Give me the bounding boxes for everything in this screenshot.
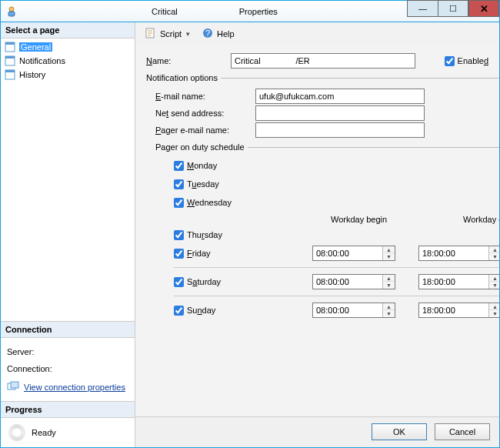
properties-icon — [7, 381, 19, 393]
connection-header: Connection — [1, 321, 135, 338]
script-button[interactable]: Script ▼ — [142, 25, 194, 42]
spinner-icon[interactable]: ▲▼ — [382, 275, 395, 289]
cancel-button[interactable]: Cancel — [435, 423, 490, 440]
page-icon — [4, 41, 16, 53]
enabled-checkbox-input[interactable] — [445, 56, 455, 66]
name-label: Name: — [146, 56, 231, 65]
netsend-input[interactable] — [255, 105, 425, 121]
spinner-icon[interactable]: ▲▼ — [382, 246, 395, 260]
enabled-checkbox[interactable]: Enabled — [445, 56, 488, 66]
svg-point-0 — [9, 7, 14, 12]
svg-rect-3 — [5, 42, 15, 45]
title-bar[interactable]: CriticalProperties — ☐ ✕ — [1, 1, 499, 22]
sidebar: Select a page General Notifications Hist… — [1, 22, 135, 447]
page-icon — [4, 55, 16, 67]
close-button[interactable]: ✕ — [468, 0, 499, 17]
page-icon — [4, 69, 16, 81]
maximize-button[interactable]: ☐ — [438, 0, 468, 17]
spinner-icon[interactable]: ▲▼ — [488, 275, 499, 289]
toolbar: Script ▼ ? Help — [135, 22, 499, 45]
pager-label: Pager e-mail name: — [155, 125, 255, 135]
saturday-end-time[interactable]: ▲▼ — [418, 274, 499, 289]
dropdown-arrow-icon[interactable]: ▼ — [185, 31, 191, 38]
notification-options-group: Notification options E-mail name: Net se… — [146, 73, 499, 323]
spinner-icon[interactable]: ▲▼ — [488, 246, 499, 260]
name-input[interactable] — [231, 53, 415, 69]
nav-item-general[interactable]: General — [1, 40, 135, 54]
progress-status: Ready — [32, 428, 56, 437]
email-label: E-mail name: — [155, 92, 255, 101]
select-page-header: Select a page — [1, 22, 135, 38]
sunday-begin-time[interactable]: ▲▼ — [312, 303, 395, 318]
ok-button[interactable]: OK — [372, 423, 427, 440]
nav-item-notifications[interactable]: Notifications — [1, 54, 135, 68]
enabled-label: Enabled — [458, 56, 488, 65]
wednesday-checkbox[interactable]: Wednesday — [174, 198, 312, 208]
thursday-checkbox[interactable]: Thursday — [174, 230, 312, 240]
main-panel: Script ▼ ? Help Name: Enabled — [135, 22, 499, 447]
sunday-checkbox[interactable]: Sunday — [174, 306, 312, 316]
dialog-window: CriticalProperties — ☐ ✕ Select a page G… — [0, 0, 500, 448]
spinner-icon[interactable]: ▲▼ — [488, 303, 499, 317]
tuesday-checkbox[interactable]: Tuesday — [174, 179, 312, 189]
help-icon: ? — [202, 27, 214, 41]
saturday-begin-time[interactable]: ▲▼ — [312, 274, 395, 289]
window-title: CriticalProperties — [22, 6, 407, 17]
script-icon — [145, 27, 157, 41]
friday-checkbox[interactable]: Friday — [174, 249, 312, 259]
svg-rect-1 — [8, 12, 15, 16]
pager-schedule-group: Pager on duty schedule Monday Tuesday We… — [155, 142, 499, 319]
svg-rect-7 — [5, 70, 15, 72]
nav-item-history[interactable]: History — [1, 68, 135, 82]
netsend-label: Net send address: — [155, 109, 255, 118]
progress-panel: Ready — [1, 418, 135, 447]
email-input[interactable] — [255, 89, 425, 104]
svg-rect-9 — [11, 382, 18, 388]
saturday-checkbox[interactable]: Saturday — [174, 277, 312, 287]
connection-panel: Server: Connection: View connection prop… — [1, 338, 135, 401]
svg-rect-5 — [5, 56, 15, 59]
time-headers: Workday begin Workday end — [174, 215, 499, 224]
pager-input[interactable] — [255, 122, 425, 138]
page-nav: General Notifications History — [1, 38, 135, 83]
app-icon — [5, 5, 18, 18]
monday-checkbox[interactable]: Monday — [174, 161, 312, 171]
progress-header: Progress — [1, 401, 135, 418]
friday-end-time[interactable]: ▲▼ — [418, 246, 499, 261]
window-buttons: — ☐ ✕ — [407, 1, 499, 22]
dialog-footer: OK Cancel — [135, 416, 499, 447]
connection-label: Connection: — [7, 364, 128, 373]
server-label: Server: — [7, 347, 128, 356]
minimize-button[interactable]: — — [407, 0, 438, 17]
help-button[interactable]: ? Help — [198, 25, 238, 42]
progress-spinner-icon — [8, 424, 25, 441]
sunday-end-time[interactable]: ▲▼ — [418, 303, 499, 318]
friday-begin-time[interactable]: ▲▼ — [312, 246, 395, 261]
svg-text:?: ? — [205, 28, 210, 38]
notification-options-legend: Notification options — [146, 73, 221, 82]
view-connection-properties-link[interactable]: View connection properties — [24, 383, 125, 392]
pager-schedule-legend: Pager on duty schedule — [155, 142, 248, 152]
spinner-icon[interactable]: ▲▼ — [382, 303, 395, 317]
